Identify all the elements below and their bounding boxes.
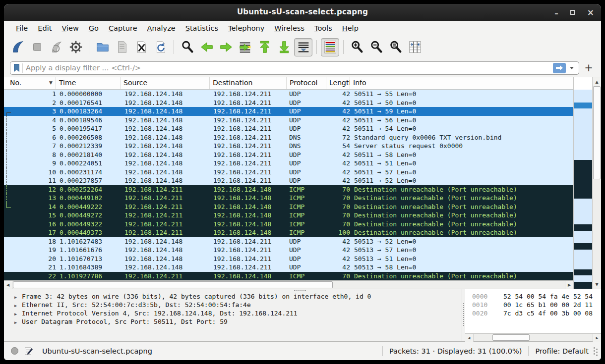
packet-row-12[interactable]: 120.000252264192.168.124.211192.168.124.… [4,185,573,194]
packet-row-3[interactable]: 30.000183264192.168.124.148192.168.124.2… [4,107,573,116]
display-filter-input[interactable]: Apply a display filter ... <Ctrl-/> [10,61,579,75]
file-close-button[interactable] [132,38,150,56]
packet-row-8[interactable]: 80.000218140192.168.124.148192.168.124.2… [4,151,573,159]
hex-row[interactable]: 001000 1c 65 b1 00 00 2d 11 [465,301,601,310]
bytes-scroll-right-icon[interactable]: ▶ [593,334,601,342]
packet-row-1[interactable]: 10.000000000192.168.124.148192.168.124.2… [4,90,573,99]
filter-dropdown-caret[interactable] [570,67,574,69]
expander-icon[interactable]: ▶ [14,295,17,300]
scroll-left-arrow-icon[interactable]: ◀ [4,281,12,289]
file-open-button[interactable] [93,38,112,56]
menu-help[interactable]: Help [337,22,363,34]
zoom-original-button[interactable] [386,38,405,56]
intelligent-scrollbar-minimap[interactable] [573,77,592,289]
expander-icon[interactable]: ▶ [14,320,17,325]
detail-line-1[interactable]: ▶Ethernet II, Src: 52:54:00:7c:d3:5b, Ds… [4,301,462,310]
go-first-icon [257,40,272,54]
filter-bookmark-icon[interactable] [13,63,20,72]
column-header-time[interactable]: Time [56,77,121,89]
menu-go[interactable]: Go [84,22,104,34]
add-filter-button[interactable]: + [582,61,595,75]
menu-tools[interactable]: Tools [309,22,337,34]
column-header-info[interactable]: Info [350,77,573,89]
scroll-up-arrow-icon[interactable]: ▲ [593,77,601,86]
packet-row-22[interactable]: 221.101927786192.168.124.211192.168.124.… [4,272,573,281]
scroll-down-arrow-icon[interactable]: ▼ [593,280,601,289]
go-to-packet-button[interactable] [236,38,254,56]
find-packet-button[interactable] [178,38,196,56]
resize-columns-button[interactable] [406,38,424,56]
packet-row-10[interactable]: 100.000231174192.168.124.148192.168.124.… [4,168,573,177]
capture-comment-icon[interactable] [24,347,33,356]
toolbar-separator [343,40,344,54]
detail-line-3[interactable]: ▶User Datagram Protocol, Src Port: 50511… [4,318,462,326]
resize-grip[interactable] [594,350,595,352]
go-first-button[interactable] [255,38,274,56]
hex-row[interactable]: 000052 54 00 54 fa 4e 52 54 [465,293,601,301]
capture-start-button[interactable] [8,38,27,56]
pane-splitter[interactable] [462,289,465,341]
packet-row-15[interactable]: 150.000449272192.168.124.211192.168.124.… [4,211,573,220]
expert-info-icon[interactable] [11,347,18,355]
packet-row-5[interactable]: 50.000195417192.168.124.148192.168.124.2… [4,124,573,133]
status-profile[interactable]: Profile: Default [535,347,589,355]
hscroll-thumb[interactable] [13,281,333,288]
scroll-right-arrow-icon[interactable]: ▶ [565,281,573,289]
packet-row-13[interactable]: 130.000449102192.168.124.211192.168.124.… [4,194,573,203]
packet-row-4[interactable]: 40.000189546192.168.124.148192.168.124.2… [4,116,573,125]
apply-filter-button[interactable] [553,63,566,73]
go-forward-button[interactable] [217,38,235,56]
menu-wireless[interactable]: Wireless [269,22,309,34]
capture-options-button[interactable] [66,38,85,56]
bytes-hscroll-thumb[interactable] [492,334,530,341]
capture-stop-button[interactable] [28,38,46,56]
packet-row-11[interactable]: 110.000237857192.168.124.148192.168.124.… [4,176,573,185]
menu-file[interactable]: File [11,22,33,34]
file-save-button[interactable] [113,38,131,56]
packet-row-20[interactable]: 201.101670713192.168.124.148192.168.124.… [4,255,573,263]
hex-row[interactable]: 00207c d3 c5 4f 00 3b 00 08 [465,310,601,318]
column-header-destination[interactable]: Destination [210,77,287,89]
packet-row-19[interactable]: 191.101661676192.168.124.148192.168.124.… [4,246,573,255]
column-header-source[interactable]: Source [121,77,210,89]
zoom-out-button[interactable] [367,38,385,56]
column-header-no[interactable]: No.▼ [4,77,56,89]
bytes-scroll-left-icon[interactable]: ◀ [465,334,474,342]
status-filename[interactable]: Ubuntu-sU-scan-select.pcapng [42,347,152,355]
menu-analyze[interactable]: Analyze [142,22,181,34]
packet-row-2[interactable]: 20.000176541192.168.124.148192.168.124.2… [4,99,573,107]
packet-list-hscrollbar[interactable]: ◀ ▶ [4,280,573,289]
column-header-length[interactable]: Length [326,77,350,89]
packet-row-16[interactable]: 160.000449322192.168.124.211192.168.124.… [4,220,573,229]
file-reload-button[interactable] [151,38,170,56]
expander-icon[interactable]: ▶ [14,303,17,308]
maximize-button[interactable] [570,10,575,15]
vscroll-thumb[interactable] [593,86,601,179]
close-button[interactable]: × [587,8,594,17]
packet-row-18[interactable]: 181.101627483192.168.124.148192.168.124.… [4,237,573,246]
menu-statistics[interactable]: Statistics [181,22,223,34]
menu-telephony[interactable]: Telephony [223,22,269,34]
column-header-protocol[interactable]: Protocol [287,77,326,89]
packet-row-9[interactable]: 90.000224051192.168.124.148192.168.124.2… [4,159,573,168]
packet-row-7[interactable]: 70.000212339192.168.124.148192.168.124.2… [4,142,573,151]
packet-row-17[interactable]: 170.000449373192.168.124.211192.168.124.… [4,228,573,237]
menu-capture[interactable]: Capture [104,22,142,34]
zoom-in-button[interactable] [348,38,366,56]
go-last-button[interactable] [275,38,293,56]
packet-row-14[interactable]: 140.000449222192.168.124.211192.168.124.… [4,203,573,211]
go-back-button[interactable] [197,38,216,56]
detail-line-0[interactable]: ▶Frame 3: 42 bytes on wire (336 bits), 4… [4,293,462,301]
detail-line-2[interactable]: ▶Internet Protocol Version 4, Src: 192.1… [4,310,462,318]
menu-view[interactable]: View [57,22,83,34]
minimize-button[interactable]: – [554,10,558,17]
expander-icon[interactable]: ▶ [14,312,17,316]
colorize-button[interactable] [321,38,339,56]
menu-edit[interactable]: Edit [33,22,57,34]
bytes-hscrollbar[interactable]: ◀ ▶ [465,333,601,341]
packet-list-vscrollbar[interactable]: ▲ ▼ [592,77,601,289]
auto-scroll-button[interactable] [294,38,312,56]
capture-restart-button[interactable] [47,38,65,56]
packet-row-6[interactable]: 60.000206508192.168.124.148192.168.124.2… [4,133,573,142]
packet-row-21[interactable]: 211.101684389192.168.124.148192.168.124.… [4,263,573,272]
